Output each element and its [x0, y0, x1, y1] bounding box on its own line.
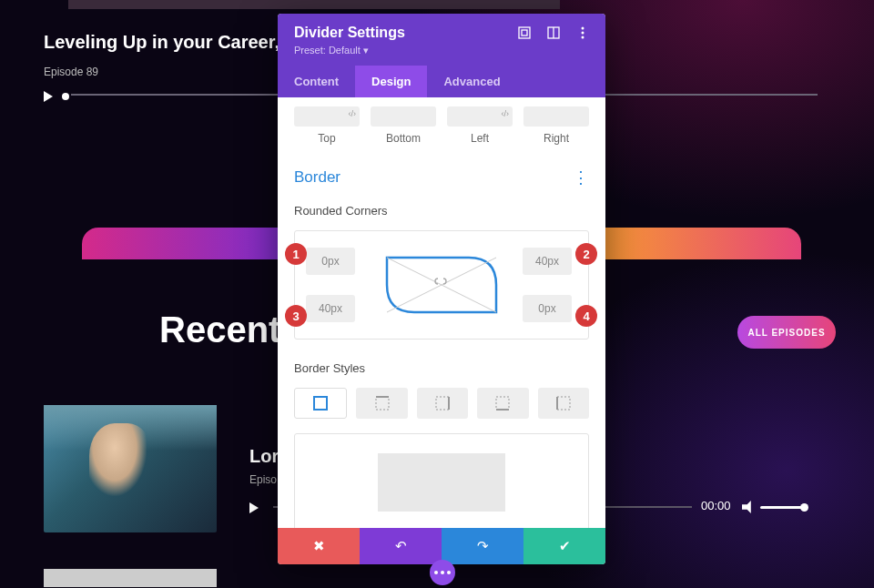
preset-dropdown[interactable]: Preset: Default ▾ — [294, 45, 589, 56]
border-style-left[interactable] — [538, 388, 589, 419]
annotation-badge-1: 1 — [285, 243, 307, 265]
spacing-bottom-input[interactable] — [371, 106, 436, 127]
panel-tabs: Content Design Advanced — [278, 66, 605, 97]
cancel-button[interactable]: ✖ — [278, 528, 360, 564]
save-button[interactable]: ✔ — [523, 528, 605, 564]
border-preview — [294, 433, 589, 528]
panel-header: Divider Settings Preset: Default ▾ — [278, 14, 605, 66]
settings-panel: Divider Settings Preset: Default ▾ Conte… — [278, 14, 605, 564]
panel-body: ‹/›Top Bottom ‹/›Left Right Border ⋮ Rou… — [278, 97, 605, 528]
code-icon: ‹/› — [349, 109, 357, 118]
spacing-bottom-label: Bottom — [371, 132, 436, 145]
tab-advanced[interactable]: Advanced — [427, 66, 516, 97]
svg-rect-16 — [557, 397, 570, 410]
volume-thumb[interactable] — [800, 503, 808, 512]
volume-control[interactable] — [742, 501, 806, 513]
spacing-top-label: Top — [294, 132, 360, 145]
play-controls-2 — [249, 502, 259, 513]
border-style-top[interactable] — [356, 388, 407, 419]
episode2-title: Lor — [249, 446, 279, 467]
episode-thumbnail-2[interactable] — [44, 569, 217, 587]
spacing-left-label: Left — [447, 132, 513, 145]
play-icon[interactable] — [44, 91, 53, 102]
play-controls-1 — [44, 91, 69, 102]
corner-shape-preview — [373, 253, 510, 317]
border-style-buttons — [294, 388, 589, 419]
rounded-corners-label: Rounded Corners — [294, 204, 589, 218]
border-style-right[interactable] — [417, 388, 468, 419]
code-icon: ‹/› — [502, 109, 510, 118]
panel-title: Divider Settings — [294, 25, 405, 41]
redo-button[interactable]: ↷ — [442, 528, 523, 564]
menu-dots-icon[interactable] — [576, 26, 589, 39]
svg-point-5 — [582, 32, 584, 35]
border-section-title[interactable]: Border ⋮ — [294, 167, 589, 188]
spacing-right-input[interactable] — [523, 106, 589, 127]
career-subtitle: Episode 89 — [44, 66, 98, 78]
annotation-badge-4: 4 — [575, 305, 597, 327]
svg-rect-10 — [376, 397, 389, 410]
tab-design[interactable]: Design — [355, 66, 427, 97]
annotation-badge-2: 2 — [575, 243, 597, 265]
more-options-button[interactable] — [430, 560, 455, 585]
expand-icon[interactable] — [518, 26, 531, 39]
section-menu-icon[interactable]: ⋮ — [573, 167, 589, 188]
corner-br-input[interactable]: 0px — [523, 295, 572, 322]
border-preview-inner — [378, 453, 505, 512]
spacing-right-label: Right — [523, 132, 589, 145]
episode-thumbnail[interactable] — [44, 405, 217, 532]
svg-rect-9 — [314, 397, 327, 410]
spacing-left-input[interactable]: ‹/› — [447, 106, 513, 127]
corner-bl-input[interactable]: 40px — [306, 295, 355, 322]
career-title: Leveling Up in your Career, w — [44, 32, 299, 53]
tab-content[interactable]: Content — [278, 66, 355, 97]
recent-heading: Recent — [159, 309, 280, 350]
spacing-top-input[interactable]: ‹/› — [294, 106, 360, 127]
columns-icon[interactable] — [547, 26, 560, 39]
svg-rect-1 — [522, 30, 527, 35]
volume-track[interactable] — [760, 506, 806, 509]
annotation-badge-3: 3 — [285, 305, 307, 327]
progress-thumb-1[interactable] — [62, 93, 69, 100]
rounded-corners-control: 0px 40px 40px 0px — [294, 230, 589, 340]
corner-tr-input[interactable]: 40px — [523, 248, 572, 275]
spacing-inputs: ‹/›Top Bottom ‹/›Left Right — [294, 97, 589, 145]
border-style-bottom[interactable] — [477, 388, 528, 419]
svg-point-4 — [582, 27, 584, 30]
volume-icon[interactable] — [742, 501, 755, 513]
panel-footer: ✖ ↶ ↷ ✔ — [278, 528, 605, 564]
undo-button[interactable]: ↶ — [360, 528, 442, 564]
play-icon[interactable] — [249, 502, 259, 513]
all-episodes-button[interactable]: ALL EPISODES — [737, 316, 836, 349]
video-thumb-top — [68, 0, 560, 9]
border-styles-label: Border Styles — [294, 361, 589, 375]
svg-point-6 — [582, 36, 584, 39]
border-style-all[interactable] — [294, 388, 347, 419]
svg-rect-14 — [496, 397, 509, 410]
svg-rect-12 — [436, 397, 449, 410]
episode2-subtitle: Episo — [249, 473, 277, 486]
corner-tl-input[interactable]: 0px — [306, 248, 355, 275]
svg-rect-0 — [519, 27, 530, 38]
time-display: 00:00 — [701, 499, 731, 512]
